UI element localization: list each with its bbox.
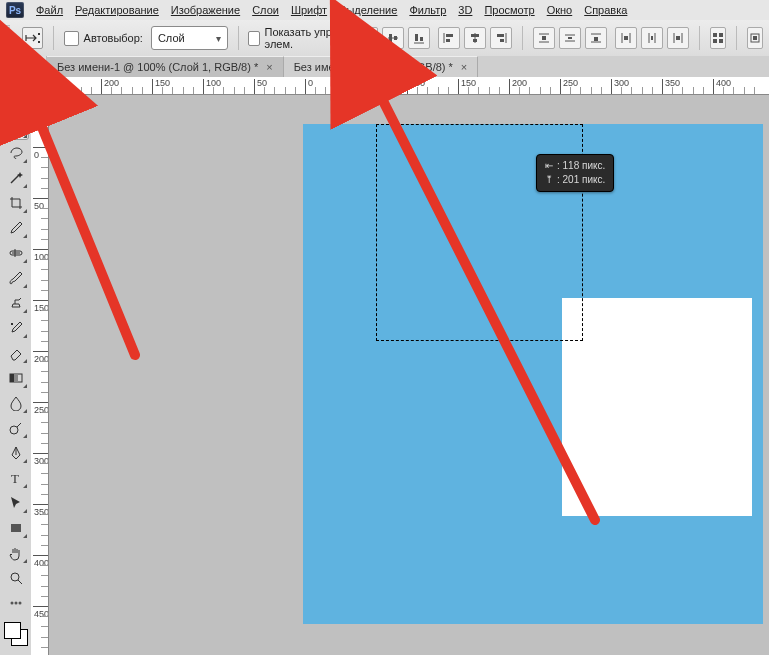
menu-3d[interactable]: 3D [458, 4, 472, 16]
zoom-tool[interactable] [2, 566, 29, 590]
type-tool[interactable]: T [2, 466, 29, 490]
dist-vcenter-button[interactable] [559, 27, 581, 49]
menu-image[interactable]: Изображение [171, 4, 240, 16]
select-value: Слой [158, 32, 185, 44]
close-icon[interactable]: × [461, 61, 467, 73]
menu-help[interactable]: Справка [584, 4, 627, 16]
align-hcenter-button[interactable] [464, 27, 486, 49]
menu-type[interactable]: Шрифт [291, 4, 327, 16]
gradient-tool[interactable] [2, 366, 29, 390]
dist-left-button[interactable] [615, 27, 637, 49]
menu-filter[interactable]: Фильтр [409, 4, 446, 16]
menu-edit[interactable]: Редактирование [75, 4, 159, 16]
rectangle-tool[interactable] [2, 516, 29, 540]
svg-rect-3 [394, 36, 397, 40]
checkbox-icon [248, 31, 259, 46]
align-top-button[interactable] [356, 27, 378, 49]
magic-wand-tool[interactable] [2, 166, 29, 190]
separator [238, 26, 239, 50]
menu-view[interactable]: Просмотр [484, 4, 534, 16]
dist-hcenter-button[interactable] [641, 27, 663, 49]
tabstrip-spacer [0, 56, 47, 77]
foreground-color-swatch[interactable] [4, 622, 21, 639]
show-transform-controls-checkbox[interactable]: Показать упр. элем. [248, 26, 335, 50]
canvas-viewport[interactable]: ⇤: 118 пикс. ⤒: 201 пикс. [48, 94, 769, 655]
healing-brush-tool[interactable] [2, 241, 29, 265]
separator [699, 26, 700, 50]
auto-align-button[interactable] [710, 27, 726, 49]
svg-rect-28 [14, 374, 18, 382]
eraser-tool[interactable] [2, 341, 29, 365]
crop-tool[interactable] [2, 191, 29, 215]
options-grip[interactable] [6, 25, 10, 51]
svg-rect-13 [568, 37, 572, 39]
dist-right-button[interactable] [667, 27, 689, 49]
separator [736, 26, 737, 50]
dist-top-button[interactable] [533, 27, 555, 49]
color-swatches[interactable] [4, 622, 28, 646]
svg-rect-27 [10, 374, 14, 382]
pen-tool[interactable] [2, 441, 29, 465]
svg-rect-9 [473, 39, 477, 42]
document-tab-2[interactable]: Без имени-2 @ 100% (RGB/8) * × [284, 56, 479, 77]
tool-preset-picker[interactable] [22, 27, 43, 49]
svg-point-33 [10, 602, 13, 605]
chevron-down-icon: ▾ [216, 33, 221, 44]
align-vcenter-button[interactable] [382, 27, 404, 49]
blur-tool[interactable] [2, 391, 29, 415]
toolbox-grip[interactable] [4, 81, 28, 87]
brush-tool[interactable] [2, 266, 29, 290]
svg-rect-17 [676, 36, 680, 40]
autoselect-target-select[interactable]: Слой ▾ [151, 26, 228, 50]
svg-point-29 [10, 426, 18, 434]
svg-rect-11 [500, 39, 504, 42]
tab-label: Без имени-1 @ 100% (Слой 1, RGB/8) * [57, 61, 258, 73]
toolbox: T [0, 77, 32, 655]
checkbox-icon [64, 31, 79, 46]
dist-bottom-button[interactable] [585, 27, 607, 49]
options-bar: Автовыбор: Слой ▾ Показать упр. элем. [0, 20, 769, 57]
svg-rect-15 [624, 36, 628, 40]
align-left-button[interactable] [438, 27, 460, 49]
menu-window[interactable]: Окно [547, 4, 573, 16]
menu-layers[interactable]: Слои [252, 4, 279, 16]
svg-rect-8 [471, 34, 479, 37]
tab-label: Без имени-2 @ 100% (RGB/8) * [294, 61, 453, 73]
autoselect-checkbox[interactable]: Автовыбор: [64, 31, 143, 46]
lasso-tool[interactable] [2, 141, 29, 165]
edit-toolbar[interactable] [2, 591, 29, 615]
svg-rect-18 [713, 33, 717, 37]
svg-point-34 [14, 602, 17, 605]
hand-tool[interactable] [2, 541, 29, 565]
transform-tooltip: ⇤: 118 пикс. ⤒: 201 пикс. [536, 154, 614, 192]
menu-file[interactable]: Файл [36, 4, 63, 16]
marquee-tool[interactable] [2, 91, 29, 115]
move-tool[interactable] [2, 116, 29, 140]
svg-point-35 [18, 602, 21, 605]
menubar: Ps Файл Редактирование Изображение Слои … [0, 0, 769, 21]
document-tab-1[interactable]: Без имени-1 @ 100% (Слой 1, RGB/8) * × [47, 56, 284, 77]
align-group-2 [438, 27, 512, 49]
path-selection-tool[interactable] [2, 491, 29, 515]
move-icon [25, 31, 41, 45]
layer-rectangle[interactable] [562, 298, 752, 516]
align-right-button[interactable] [490, 27, 512, 49]
ruler-horizontal[interactable]: 25020015010050050100150200250300350400 [48, 77, 769, 95]
ruler-vertical[interactable]: 50050100150200250300350400450500 [31, 94, 49, 655]
dodge-tool[interactable] [2, 416, 29, 440]
workspace: 25020015010050050100150200250300350400 5… [31, 77, 769, 655]
align-bottom-button[interactable] [408, 27, 430, 49]
separator [522, 26, 523, 50]
svg-rect-4 [415, 34, 418, 41]
history-brush-tool[interactable] [2, 316, 29, 340]
separator [53, 26, 54, 50]
svg-rect-10 [497, 34, 504, 37]
height-icon: ⤒ [545, 174, 553, 185]
menu-select[interactable]: Выделение [339, 4, 397, 16]
ruler-origin[interactable] [31, 77, 49, 95]
3d-mode-button[interactable] [747, 27, 763, 49]
clone-stamp-tool[interactable] [2, 291, 29, 315]
close-icon[interactable]: × [266, 61, 272, 73]
eyedropper-tool[interactable] [2, 216, 29, 240]
svg-rect-7 [446, 39, 450, 42]
